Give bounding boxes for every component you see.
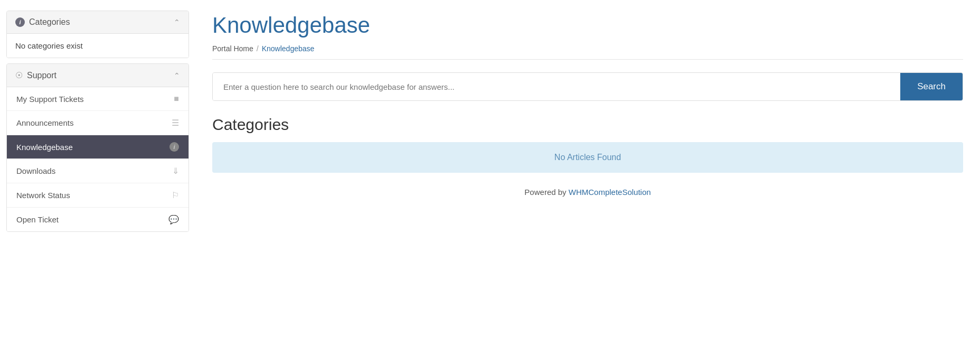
breadcrumb: Portal Home / Knowledgebase [212, 44, 963, 60]
no-categories-text: No categories exist [7, 34, 189, 58]
powered-by-prefix: Powered by [524, 188, 568, 197]
announcements-label: Announcements [16, 118, 73, 127]
tickets-icon: ■ [174, 94, 179, 104]
sidebar-item-announcements[interactable]: Announcements ☰ [7, 111, 189, 135]
support-section-title: Support [27, 71, 56, 80]
flag-icon: ⚐ [172, 190, 179, 200]
main-content: Knowledgebase Portal Home / Knowledgebas… [195, 0, 980, 345]
breadcrumb-separator: / [257, 44, 259, 53]
breadcrumb-current: Knowledgebase [262, 44, 315, 53]
categories-header-left: i Categories [15, 17, 70, 27]
search-button[interactable]: Search [900, 73, 963, 100]
support-section: ☉ Support ⌃ My Support Tickets ■ Announc… [6, 63, 189, 232]
sidebar-item-knowledgebase[interactable]: Knowledgebase i [7, 135, 189, 159]
sidebar-item-downloads[interactable]: Downloads ⇓ [7, 159, 189, 183]
chevron-up-icon[interactable]: ⌃ [174, 18, 180, 26]
info-icon: i [15, 17, 25, 27]
whm-complete-solution-link[interactable]: WHMCompleteSolution [569, 188, 651, 197]
info-badge-icon: i [169, 142, 179, 152]
list-icon: ☰ [172, 118, 179, 128]
breadcrumb-home-link[interactable]: Portal Home [212, 44, 253, 53]
support-section-header: ☉ Support ⌃ [7, 64, 189, 87]
sidebar-item-network-status[interactable]: Network Status ⚐ [7, 183, 189, 208]
globe-icon: ☉ [15, 70, 23, 80]
sidebar-item-my-support-tickets[interactable]: My Support Tickets ■ [7, 87, 189, 111]
categories-heading: Categories [212, 116, 963, 134]
categories-section-title: Categories [29, 17, 70, 27]
downloads-label: Downloads [16, 166, 55, 175]
page-title: Knowledgebase [212, 13, 963, 38]
categories-section-header: i Categories ⌃ [7, 11, 189, 34]
categories-section: i Categories ⌃ No categories exist [6, 11, 189, 58]
download-icon: ⇓ [172, 166, 179, 176]
chat-icon: 💬 [168, 215, 179, 225]
search-input[interactable] [213, 73, 900, 100]
sidebar: i Categories ⌃ No categories exist ☉ Sup… [0, 0, 195, 345]
network-status-label: Network Status [16, 191, 70, 200]
no-articles-found: No Articles Found [212, 142, 963, 173]
support-header-left: ☉ Support [15, 70, 56, 80]
support-chevron-up-icon[interactable]: ⌃ [174, 71, 180, 80]
knowledgebase-label: Knowledgebase [16, 143, 73, 152]
search-bar: Search [212, 72, 963, 101]
open-ticket-label: Open Ticket [16, 215, 59, 224]
my-support-tickets-label: My Support Tickets [16, 95, 84, 104]
powered-by: Powered by WHMCompleteSolution [212, 188, 963, 197]
sidebar-item-open-ticket[interactable]: Open Ticket 💬 [7, 208, 189, 231]
